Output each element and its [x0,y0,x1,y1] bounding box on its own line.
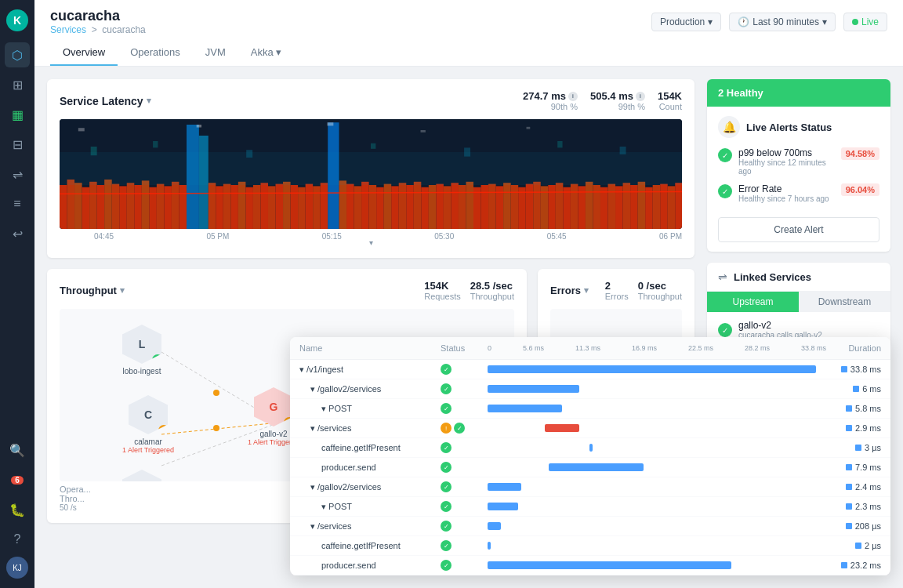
svg-rect-17 [179,185,187,229]
duration-dot-icon [846,425,852,431]
trace-bar [549,463,644,471]
heatmap-container: 1 s 800 ms 600 ms 400 ms 200 ms 0 [60,119,682,237]
service-latency-section: Service Latency ▾ 274.7 ms i 90th % [47,79,694,258]
linked-services-tabs: Upstream Downstream [707,292,890,312]
sidebar-icon-dashboards[interactable]: ⊟ [5,132,30,157]
trace-row[interactable]: producer.send ✓ 7.9 ms [290,458,890,477]
svg-rect-43 [384,184,392,229]
svg-rect-78 [645,187,653,229]
chevron-down-icon[interactable]: ▾ [147,96,151,106]
heatmap-chart-area [60,119,682,229]
main-content: cucaracha Services > cucaracha Productio… [34,0,903,588]
svg-rect-87 [371,143,375,149]
svg-rect-54 [466,182,473,229]
chevron-down-icon[interactable]: ▾ [120,285,125,296]
alert-pct-p99: 94.58% [841,147,879,160]
sidebar-badge-alerts[interactable]: 6 [5,467,30,492]
trace-row[interactable]: ▾ /gallov2/services ✓ 6 ms [290,379,890,399]
live-toggle[interactable]: Live [843,13,887,31]
live-dot-icon [852,19,858,25]
trace-bar [488,522,501,530]
alert-pct-error-rate: 96.04% [841,183,879,196]
svg-rect-35 [321,183,328,229]
clock-icon: 🕐 [738,16,749,27]
duration-dot-icon [855,543,861,549]
node-cucaracha[interactable]: C ✓ cucaracha [122,470,161,481]
duration-dot-icon [853,386,859,392]
svg-rect-37 [339,180,347,229]
breadcrumb-services[interactable]: Services [50,24,86,35]
svg-rect-20 [209,183,216,229]
svg-rect-33 [306,184,314,229]
alert-check-icon: ✓ [718,148,732,162]
chevron-down-icon: ▾ [708,16,713,27]
sidebar-icon-home[interactable]: ⬡ [5,42,30,67]
sidebar-icon-search[interactable]: 🔍 [5,437,30,463]
tab-akka[interactable]: Akka ▾ [238,40,295,66]
sidebar-icon-bugs[interactable]: 🐛 [5,497,30,522]
heatmap-svg [60,119,682,229]
status-check-icon: ✓ [441,540,452,551]
trace-row[interactable]: producer.send ✓ 23.2 ms [290,556,890,575]
trace-row[interactable]: ▾ POST ✓ 2.3 ms [290,497,890,517]
svg-rect-94 [327,122,333,125]
duration-dot-icon [846,523,852,529]
node-calamar[interactable]: C ! calamar 1 Alert Triggered [122,395,174,454]
trace-row[interactable]: caffeine.getIfPresent ✓ 3 µs [290,438,890,458]
page-title: cucaracha [50,8,146,24]
trace-bar [488,503,518,510]
create-alert-button[interactable]: Create Alert [718,217,879,242]
trace-row[interactable]: ▾ /v1/ingest ✓ 33.8 ms [290,360,890,379]
trace-bar [488,483,521,491]
sidebar-icon-history[interactable]: ↩ [5,221,30,246]
status-warn-icon: ! [441,423,452,434]
trace-row[interactable]: ▾ /services ! ✓ 2.9 ms [290,419,890,438]
svg-rect-81 [668,186,676,229]
svg-rect-62 [526,184,534,229]
sidebar-logo[interactable]: K [6,9,28,31]
svg-rect-3 [74,183,82,229]
trace-row[interactable]: caffeine.getIfPresent ✓ 2 µs [290,536,890,556]
svg-rect-21 [216,186,223,229]
svg-rect-2 [67,180,75,229]
chart-title: Service Latency ▾ [60,95,151,107]
alerts-title: Live Alerts Status [746,122,832,133]
tab-overview[interactable]: Overview [50,40,118,66]
trace-row[interactable]: ▾ POST ✓ 5.8 ms [290,399,890,419]
environment-selector[interactable]: Production ▾ [651,13,721,31]
duration-dot-icon [846,405,852,412]
header-controls: Production ▾ 🕐 Last 90 minutes ▾ Live [651,13,887,31]
svg-rect-96 [527,127,531,129]
tab-upstream[interactable]: Upstream [707,292,799,312]
sidebar-icon-services[interactable]: ⊞ [5,72,30,97]
sidebar-icon-logs[interactable]: ≡ [5,191,30,216]
svg-rect-61 [518,187,526,229]
sidebar-icon-help[interactable]: ? [5,527,30,552]
status-check-icon: ✓ [441,462,452,473]
trace-row[interactable]: ▾ /services ✓ 208 µs [290,517,890,536]
svg-rect-10 [127,183,135,229]
sidebar-icon-metrics[interactable]: ▦ [5,102,30,127]
status-check-icon: ✓ [441,501,452,512]
tab-jvm[interactable]: JVM [193,40,238,66]
svg-rect-53 [459,185,466,229]
chevron-down-icon[interactable]: ▾ [584,285,589,296]
status-check-icon: ✓ [441,442,452,453]
svg-rect-89 [557,141,562,147]
status-check-icon: ✓ [441,560,452,571]
throughput-header: Throughput ▾ 154K Requests 28.5 /sec Thr… [60,280,514,301]
sidebar-icon-topology[interactable]: ⇌ [5,162,30,187]
sidebar: K ⬡ ⊞ ▦ ⊟ ⇌ ≡ ↩ 🔍 6 🐛 ? KJ [0,0,34,588]
trace-row[interactable]: ▾ /gallov2/services ✓ 2.4 ms [290,477,890,497]
node-lobo-ingest[interactable]: L ✓ lobo-ingest [122,325,161,376]
avatar[interactable]: KJ [6,557,28,579]
trace-bar [488,405,562,412]
status-check-icon: ✓ [441,521,452,532]
svg-rect-47 [414,182,422,229]
tab-operations[interactable]: Operations [118,40,193,66]
tab-downstream[interactable]: Downstream [799,292,890,312]
svg-rect-52 [451,183,459,229]
svg-point-100 [213,390,219,396]
trace-bar [488,561,731,569]
time-range-selector[interactable]: 🕐 Last 90 minutes ▾ [729,13,836,31]
